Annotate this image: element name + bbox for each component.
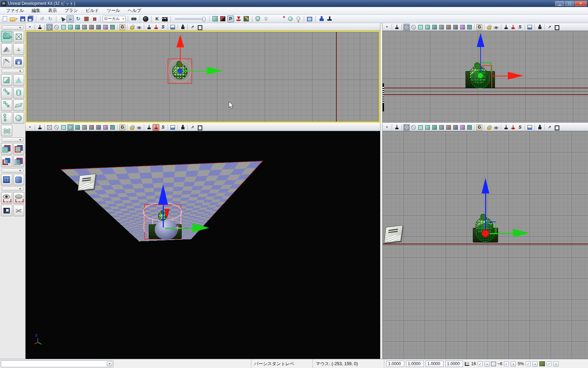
game-view-toggle-button[interactable]: G <box>476 24 483 30</box>
maximize-viewport-joystick-button[interactable] <box>393 24 400 30</box>
volume-group-header[interactable]: ▲ <box>1 168 24 173</box>
csg-group-header[interactable]: ▲ <box>1 137 24 142</box>
title-bar[interactable]: U Unreal Development Kit (32 ビット) ▁ ▢ ✕ <box>0 0 588 7</box>
mode-wireframe-button[interactable] <box>403 24 410 30</box>
float-viewport-button[interactable]: ↗ <box>189 24 196 30</box>
brush-cone-button[interactable] <box>13 74 24 86</box>
menu-item-4[interactable]: ビルド <box>82 7 103 14</box>
note-actor[interactable] <box>384 225 403 243</box>
build-paths-k-red-button[interactable] <box>278 15 286 22</box>
invert-visibility-window-button[interactable] <box>1 205 12 216</box>
realtime-audio-joystick-button[interactable] <box>146 124 152 131</box>
squint-mode-button[interactable]: S <box>160 124 166 131</box>
mode-light-complexity-button[interactable] <box>445 124 452 131</box>
static-mesh-mode-button[interactable] <box>13 56 24 68</box>
mode-wireframe-button[interactable] <box>46 24 53 30</box>
mode-detail-lighting-button[interactable] <box>431 124 438 131</box>
mode-texture-density-button[interactable] <box>102 124 109 131</box>
brush-spiral-staircase-button[interactable] <box>1 112 12 124</box>
menu-item-5[interactable]: ツール <box>103 7 124 14</box>
maximize-frame-button[interactable] <box>169 24 176 30</box>
axis-y-arrow[interactable] <box>513 229 529 237</box>
trigger-dome-mesh[interactable] <box>155 219 178 240</box>
visibility-group-header[interactable]: ▲ <box>1 186 24 191</box>
gizmo-center-dot[interactable] <box>177 68 183 74</box>
autosave-dropdown[interactable]: ▼ <box>532 361 538 367</box>
maximize-viewport-joystick-button[interactable] <box>36 124 43 131</box>
geometry-mode-button[interactable] <box>13 31 24 42</box>
maximize-viewport-joystick-button[interactable] <box>36 24 43 30</box>
brush-volumetric-button[interactable] <box>1 125 12 136</box>
mode-unlit-button[interactable] <box>60 124 67 131</box>
mode-texture-density-button[interactable] <box>459 124 466 131</box>
csg-intersect-button[interactable] <box>1 156 12 167</box>
menu-item-3[interactable]: ブラシ <box>61 7 82 14</box>
menu-item-2[interactable]: 表示 <box>44 7 61 14</box>
realtime-audio-joystick-button[interactable] <box>503 124 509 131</box>
lock-viewport-button[interactable] <box>129 124 135 131</box>
transform-field-1[interactable] <box>406 361 424 367</box>
show-flags-button[interactable] <box>136 124 142 131</box>
lock-viewport-button[interactable] <box>129 24 135 30</box>
mode-lit-button[interactable] <box>424 24 431 30</box>
viewport-options-dropdown-button[interactable]: ▼ <box>384 124 390 131</box>
viewport-perspective[interactable]: Z <box>26 131 380 359</box>
close-button[interactable]: ✕ <box>575 1 587 6</box>
squint-mode-button[interactable]: S <box>517 124 523 131</box>
mode-light-complexity-button[interactable] <box>445 24 452 30</box>
status-toggle-dropdown[interactable]: ▼ <box>553 361 559 367</box>
realtime-toggle-joystick-button[interactable] <box>153 24 159 30</box>
mode-lighting-only-button[interactable] <box>81 124 88 131</box>
build-geometry-button[interactable] <box>254 15 261 22</box>
rotation-grid-checkbox[interactable]: ✓ <box>504 361 509 366</box>
brush-polys-button[interactable] <box>219 15 226 22</box>
game-view-toggle-button[interactable]: G <box>119 124 126 131</box>
vertical-splitter[interactable] <box>380 23 383 359</box>
viewport-options-dropdown-button[interactable]: ▼ <box>384 24 390 30</box>
coordinate-system-combo[interactable]: ローカル▼ <box>103 16 126 22</box>
translate-widget-mode-button[interactable] <box>13 43 24 55</box>
scale-tool-button[interactable] <box>83 15 90 22</box>
maximize-button[interactable]: ▢ <box>565 1 574 6</box>
mode-wireframe-button[interactable] <box>46 124 53 131</box>
new-map-button[interactable] <box>1 15 8 22</box>
show-selected-only-button[interactable] <box>1 192 12 204</box>
modes-group-header[interactable]: ▲ <box>1 25 24 30</box>
axis-x-arrow[interactable] <box>508 72 523 80</box>
hide-selected-button[interactable] <box>13 192 24 204</box>
far-clip-slider-handle[interactable] <box>202 17 205 22</box>
mode-texture-density-button[interactable] <box>102 24 109 30</box>
float-viewport-button[interactable]: ↗ <box>189 124 196 131</box>
transform-field-2[interactable] <box>426 361 443 367</box>
special-brush-button[interactable] <box>1 174 12 185</box>
realtime-toggle-joystick-button[interactable] <box>153 124 159 131</box>
mode-texture-density-button[interactable] <box>459 24 466 30</box>
csg-deintersect-button[interactable] <box>13 156 24 167</box>
brush-linear-staircase-button[interactable] <box>1 100 12 111</box>
maximize-frame-button[interactable] <box>526 124 533 131</box>
scale-nonuniform-tool-button[interactable] <box>91 15 98 22</box>
possess-player-button[interactable] <box>179 124 186 131</box>
mode-shader-complexity-button[interactable] <box>452 24 459 30</box>
status-toggle-checkbox[interactable]: ✓ <box>547 361 552 366</box>
squint-mode-button[interactable]: S <box>160 24 166 30</box>
texture-align-mode-button[interactable] <box>1 56 12 68</box>
brush-cube-button[interactable] <box>1 74 12 86</box>
lighting-quality-lamp-button[interactable] <box>286 15 294 22</box>
mode-wireframe-button[interactable] <box>403 124 410 131</box>
axis-z-arrow[interactable] <box>158 184 168 205</box>
rotation-grid-dropdown[interactable]: ▼ <box>511 361 516 367</box>
brush-curved-staircase-button[interactable] <box>1 87 12 98</box>
mode-lightmap-density-button[interactable] <box>466 24 473 30</box>
brush-sphere-button[interactable] <box>13 112 24 124</box>
float-viewport-button[interactable]: ↗ <box>546 124 553 131</box>
menu-item-6[interactable]: ヘルプ <box>124 7 145 14</box>
viewport-options-dropdown-button[interactable]: ▼ <box>27 124 33 131</box>
mode-brush-wireframe-button[interactable] <box>410 124 417 131</box>
save-map-button[interactable] <box>19 15 26 22</box>
realtime-audio-joystick-button[interactable] <box>146 24 152 30</box>
mode-detail-lighting-button[interactable] <box>431 24 438 30</box>
viewport-options-dropdown-button[interactable]: ▼ <box>27 24 33 30</box>
mode-brush-wireframe-button[interactable] <box>53 24 60 30</box>
mode-unlit-button[interactable] <box>60 24 67 30</box>
